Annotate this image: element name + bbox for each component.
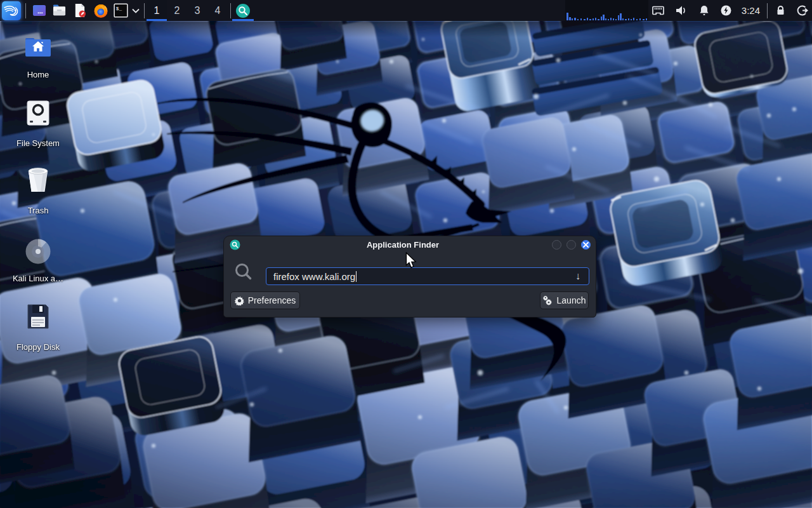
svg-text:$_: $_	[115, 6, 122, 11]
